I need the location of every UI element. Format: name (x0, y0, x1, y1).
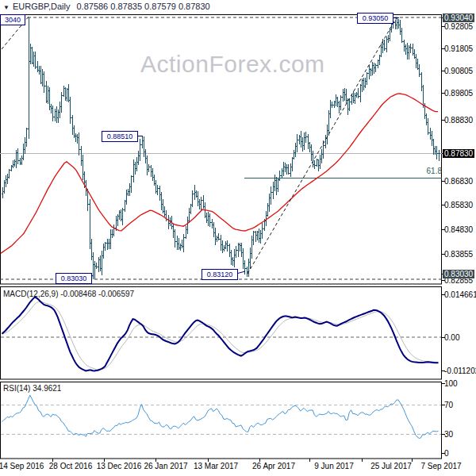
price-axis-label: 0.86830 (444, 177, 473, 186)
title-bar: ▼EURGBP,Daily0.87586 0.87835 0.87579 0.8… (3, 2, 210, 13)
rsi-panel-surface[interactable] (1, 382, 442, 459)
rsi-axis-label: 70 (444, 401, 453, 409)
date-label: 25 Jul 2017 (370, 462, 412, 470)
annotation-clipped-high[interactable]: 3040 (0, 14, 25, 25)
macd-axis-label: 0.00 (444, 333, 459, 342)
price-axis-label: 0.91805 (444, 44, 473, 53)
price-axis-label: 0.92805 (444, 22, 473, 31)
price-axis-label: 0.93040 (443, 13, 474, 22)
rsi-indicator-label: RSI(14) 34.9621 (3, 384, 61, 393)
date-label: 26 Apr 2017 (252, 462, 295, 470)
price-axis-label: 0.90805 (444, 67, 473, 75)
rsi-axis-label: 100 (444, 379, 458, 388)
price-axis-label: 0.89805 (444, 89, 473, 98)
annotation-resistance[interactable]: 0.88510 (102, 131, 138, 142)
price-axis-label: 0.88830 (444, 116, 473, 125)
annotation-swing-high[interactable]: 0.93050 (357, 13, 393, 24)
annotation-low-right[interactable]: 0.83120 (202, 269, 238, 280)
date-label: 9 Jun 2017 (314, 462, 354, 470)
ohlc-values: 0.87586 0.87835 0.87579 0.87830 (76, 2, 209, 11)
annotation-low-left[interactable]: 0.83030 (56, 273, 92, 284)
price-axis-label: 0.83030 (443, 270, 474, 278)
date-label: 14 Sep 2016 (0, 462, 44, 470)
chevron-down-icon[interactable]: ▼ (3, 4, 10, 11)
date-label: 28 Oct 2016 (49, 462, 92, 470)
price-axis-label: 0.83855 (444, 250, 473, 259)
date-label: 7 Sep 2017 (420, 462, 461, 470)
date-label: 26 Jan 2017 (144, 462, 187, 470)
macd-indicator-label: MACD(12,26,9) -0.008468 -0.006597 (3, 290, 134, 298)
rsi-axis-label: 30 (444, 430, 453, 439)
symbol-timeframe-label: EURGBP,Daily (13, 2, 71, 11)
watermark: ActionForex.com (140, 51, 325, 78)
date-label: 13 Dec 2016 (97, 462, 142, 470)
rsi-axis-label: 0 (444, 449, 449, 458)
chart-window: ▼EURGBP,Daily0.87586 0.87835 0.87579 0.8… (0, 0, 476, 476)
price-axis-label: 0.85830 (444, 201, 473, 209)
date-label: 13 Mar 2017 (194, 462, 238, 470)
price-axis-label: 0.84830 (444, 225, 473, 234)
price-axis-label: 0.87830 (443, 149, 474, 158)
macd-axis-label: -0.011202 (444, 367, 476, 375)
macd-axis-label: 0.014661 (444, 290, 476, 299)
fib-618-label: 61.8 (420, 167, 442, 175)
